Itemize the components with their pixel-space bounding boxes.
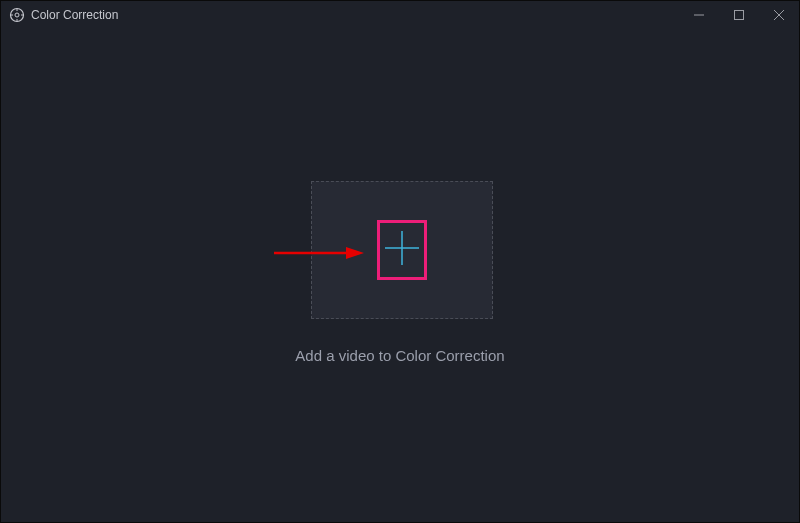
svg-point-1 [15, 13, 19, 17]
close-button[interactable] [759, 1, 799, 29]
maximize-button[interactable] [719, 1, 759, 29]
titlebar: Color Correction [1, 1, 799, 29]
window-title: Color Correction [31, 8, 118, 22]
hint-text: Add a video to Color Correction [1, 347, 799, 364]
add-video-button[interactable] [377, 220, 427, 280]
window-controls [679, 1, 799, 29]
minimize-button[interactable] [679, 1, 719, 29]
main-area: Add a video to Color Correction [1, 29, 799, 522]
plus-icon [382, 228, 422, 272]
video-dropzone[interactable] [311, 181, 493, 319]
app-icon [9, 7, 25, 23]
svg-rect-7 [735, 11, 744, 20]
titlebar-left: Color Correction [9, 7, 118, 23]
